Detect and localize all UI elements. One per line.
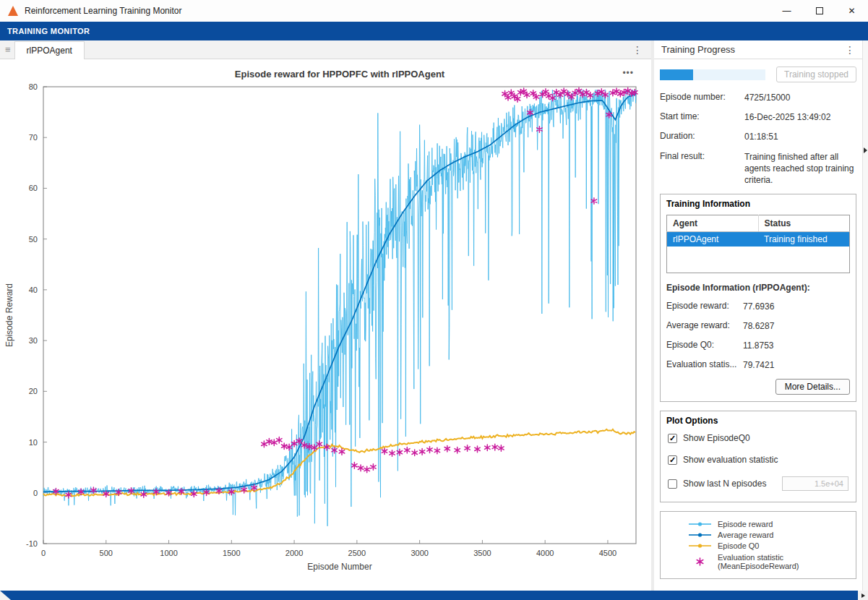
field-value: 77.6936 bbox=[743, 301, 850, 312]
svg-text:20: 20 bbox=[29, 387, 38, 395]
toolstrip-title: TRAINING MONITOR bbox=[0, 22, 90, 40]
checkbox-icon[interactable] bbox=[668, 479, 677, 489]
svg-text:1000: 1000 bbox=[160, 549, 177, 557]
svg-text:Episode reward for HPPOPFC wit: Episode reward for HPPOPFC with rlPPOAge… bbox=[235, 69, 445, 80]
legend-label: Episode reward bbox=[718, 520, 773, 529]
scroll-right-button[interactable] bbox=[858, 591, 868, 600]
svg-text:Episode Reward: Episode Reward bbox=[4, 283, 14, 347]
svg-text:40: 40 bbox=[29, 286, 38, 294]
checkbox-icon[interactable]: ✓ bbox=[668, 455, 677, 465]
window-title: Reinforcement Learning Training Monitor bbox=[25, 6, 181, 16]
svg-text:50: 50 bbox=[29, 235, 38, 244]
tab-label: rlPPOAgent bbox=[27, 46, 72, 56]
checkbox-show-last-n-episodes[interactable]: Show last N episodes 1.5e+04 bbox=[668, 476, 848, 491]
svg-text:Episode Number: Episode Number bbox=[307, 562, 371, 572]
legend-label: Average reward bbox=[718, 531, 773, 540]
field-value: 79.7421 bbox=[743, 359, 850, 371]
field-value: 11.8753 bbox=[743, 340, 850, 351]
more-details-button[interactable]: More Details... bbox=[775, 379, 850, 395]
tab-rlppoagent[interactable]: rlPPOAgent bbox=[14, 41, 85, 59]
chart-options-button[interactable]: ••• bbox=[622, 68, 634, 78]
svg-text:3500: 3500 bbox=[473, 549, 491, 557]
toolstrip: TRAINING MONITOR bbox=[0, 22, 868, 40]
legend-label: Episode Q0 bbox=[718, 541, 759, 551]
legend-sample-line-dot-icon bbox=[687, 519, 713, 529]
legend-sample-line-dot-icon bbox=[687, 541, 713, 551]
svg-text:4000: 4000 bbox=[536, 549, 554, 557]
field-value: Training finished after all agents reach… bbox=[744, 151, 856, 187]
final-result-row: Final result: Training finished after al… bbox=[660, 151, 856, 187]
svg-text:0: 0 bbox=[33, 489, 38, 497]
right-scrollbar[interactable] bbox=[862, 40, 868, 591]
minimize-icon: — bbox=[783, 6, 791, 16]
field-label: Start time: bbox=[660, 111, 744, 123]
close-button[interactable]: ✕ bbox=[835, 0, 868, 22]
agent-status-table: Agent Status rlPPOAgent Training finishe… bbox=[666, 215, 850, 273]
table-header-status: Status bbox=[758, 215, 850, 232]
section-title: Training Information bbox=[666, 199, 850, 209]
plot-options-section: Plot Options ✓ Show EpisodeQ0 ✓ Show eva… bbox=[660, 411, 856, 502]
field-label: Duration: bbox=[660, 131, 744, 142]
svg-text:3000: 3000 bbox=[411, 549, 428, 557]
panel-collapse-arrow-icon[interactable] bbox=[864, 147, 867, 153]
svg-text:-10: -10 bbox=[26, 539, 38, 548]
svg-text:2500: 2500 bbox=[348, 549, 366, 557]
field-label: Evaluation statis... bbox=[666, 359, 743, 371]
legend-entry: Average reward bbox=[687, 530, 829, 540]
field-value: 16-Dec-2025 13:49:02 bbox=[744, 111, 856, 123]
panel-menu-button[interactable]: ⋮ bbox=[845, 45, 855, 55]
maximize-button[interactable] bbox=[803, 0, 835, 22]
svg-text:2000: 2000 bbox=[285, 549, 303, 557]
field-value: 4725/15000 bbox=[744, 92, 856, 103]
tabstrip: ≡ rlPPOAgent ⋮ bbox=[0, 40, 651, 59]
progress-bar bbox=[660, 69, 765, 80]
section-title: Plot Options bbox=[666, 416, 850, 426]
legend-entry: Evaluation statistic (MeanEpisodeReward) bbox=[687, 552, 829, 572]
episode-q0-row: Episode Q0: 11.8753 bbox=[666, 340, 850, 351]
field-value: 78.6287 bbox=[743, 320, 850, 332]
agent-cell: rlPPOAgent bbox=[667, 232, 759, 247]
table-row-rlppoagent[interactable]: rlPPOAgent Training finished bbox=[667, 232, 850, 247]
checkbox-show-episodeq0[interactable]: ✓ Show EpisodeQ0 bbox=[668, 433, 848, 443]
training-stopped-button[interactable]: Training stopped bbox=[776, 67, 856, 82]
start-time-row: Start time: 16-Dec-2025 13:49:02 bbox=[660, 111, 856, 123]
field-label: Episode number: bbox=[660, 92, 744, 103]
legend-entry: Episode Q0 bbox=[687, 541, 829, 551]
average-reward-row: Average reward: 78.6287 bbox=[666, 320, 850, 332]
progress-fill bbox=[660, 69, 693, 80]
field-label: Final result: bbox=[660, 151, 744, 187]
svg-text:30: 30 bbox=[29, 336, 38, 345]
checkbox-label: Show evaluation statistic bbox=[683, 455, 778, 465]
chart-area: 050010001500200025003000350040004500-100… bbox=[0, 59, 651, 591]
legend-sample-asterisk-icon bbox=[687, 552, 713, 572]
legend-label: Evaluation statistic (MeanEpisodeReward) bbox=[718, 553, 799, 571]
field-label: Average reward: bbox=[666, 320, 743, 332]
matlab-logo-icon bbox=[8, 6, 18, 16]
field-label: Episode reward: bbox=[666, 301, 743, 312]
training-progress-panel: Training Progress ⋮ Training stopped Epi… bbox=[654, 40, 862, 591]
svg-text:4500: 4500 bbox=[599, 549, 616, 557]
tabstrip-menu-button[interactable]: ⋮ bbox=[632, 45, 643, 55]
tabstrip-grip-icon: ≡ bbox=[5, 44, 11, 55]
episode-number-row: Episode number: 4725/15000 bbox=[660, 92, 856, 103]
duration-row: Duration: 01:18:51 bbox=[660, 131, 856, 142]
close-icon: ✕ bbox=[848, 6, 855, 16]
svg-text:60: 60 bbox=[29, 184, 38, 192]
svg-text:500: 500 bbox=[100, 549, 113, 557]
minimize-button[interactable]: — bbox=[770, 0, 803, 22]
checkbox-show-evaluation-statistic[interactable]: ✓ Show evaluation statistic bbox=[668, 455, 848, 465]
arrow-right-icon bbox=[861, 593, 865, 598]
n-episodes-input[interactable]: 1.5e+04 bbox=[782, 476, 848, 491]
svg-text:1500: 1500 bbox=[223, 549, 240, 557]
checkbox-icon[interactable]: ✓ bbox=[668, 434, 677, 443]
reward-chart[interactable]: 050010001500200025003000350040004500-100… bbox=[0, 59, 651, 591]
svg-text:70: 70 bbox=[29, 133, 38, 142]
panel-title: Training Progress bbox=[661, 44, 735, 55]
field-label: Episode Q0: bbox=[666, 340, 743, 351]
status-cell: Training finished bbox=[758, 232, 850, 247]
evaluation-statistic-row: Evaluation statis... 79.7421 bbox=[666, 359, 850, 371]
bottom-bar bbox=[0, 591, 868, 600]
checkbox-label: Show last N episodes bbox=[683, 479, 766, 489]
chart-panel: ≡ rlPPOAgent ⋮ 0500100015002000250030003… bbox=[0, 40, 651, 591]
svg-text:0: 0 bbox=[41, 549, 46, 557]
